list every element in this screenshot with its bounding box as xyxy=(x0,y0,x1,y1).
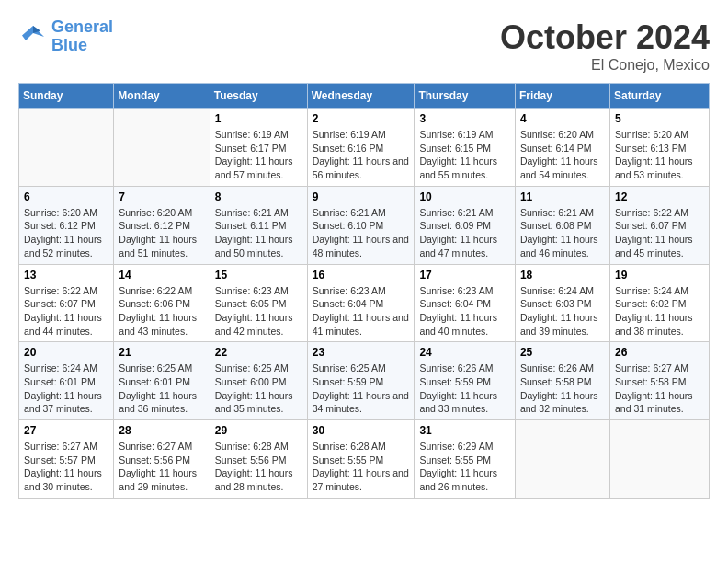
calendar-cell: 3Sunrise: 6:19 AM Sunset: 6:15 PM Daylig… xyxy=(415,109,516,187)
day-header-tuesday: Tuesday xyxy=(210,84,307,109)
day-info: Sunrise: 6:26 AM Sunset: 5:59 PM Dayligh… xyxy=(419,362,510,416)
day-number: 11 xyxy=(520,190,605,203)
day-number: 19 xyxy=(615,269,704,282)
calendar-cell xyxy=(609,420,709,499)
day-number: 18 xyxy=(520,269,605,282)
calendar-cell: 7Sunrise: 6:20 AM Sunset: 6:12 PM Daylig… xyxy=(114,186,210,264)
day-info: Sunrise: 6:29 AM Sunset: 5:55 PM Dayligh… xyxy=(419,440,510,494)
calendar-cell: 5Sunrise: 6:20 AM Sunset: 6:13 PM Daylig… xyxy=(609,109,709,187)
calendar-cell: 10Sunrise: 6:21 AM Sunset: 6:09 PM Dayli… xyxy=(415,186,516,264)
logo-bird-icon xyxy=(18,22,48,52)
day-info: Sunrise: 6:25 AM Sunset: 6:00 PM Dayligh… xyxy=(215,362,302,416)
calendar-cell: 23Sunrise: 6:25 AM Sunset: 5:59 PM Dayli… xyxy=(307,342,415,420)
day-info: Sunrise: 6:19 AM Sunset: 6:16 PM Dayligh… xyxy=(313,128,410,182)
day-info: Sunrise: 6:27 AM Sunset: 5:58 PM Dayligh… xyxy=(615,362,704,416)
day-number: 24 xyxy=(419,346,510,359)
day-number: 8 xyxy=(215,190,302,203)
calendar-cell: 2Sunrise: 6:19 AM Sunset: 6:16 PM Daylig… xyxy=(307,109,415,187)
day-info: Sunrise: 6:21 AM Sunset: 6:10 PM Dayligh… xyxy=(313,206,410,260)
day-info: Sunrise: 6:24 AM Sunset: 6:03 PM Dayligh… xyxy=(520,284,605,339)
day-number: 10 xyxy=(419,190,510,203)
day-number: 12 xyxy=(615,190,704,203)
day-info: Sunrise: 6:21 AM Sunset: 6:11 PM Dayligh… xyxy=(215,206,302,260)
calendar-cell: 30Sunrise: 6:28 AM Sunset: 5:55 PM Dayli… xyxy=(307,420,415,499)
day-number: 5 xyxy=(615,112,704,125)
calendar-body: 1Sunrise: 6:19 AM Sunset: 6:17 PM Daylig… xyxy=(19,109,710,499)
day-info: Sunrise: 6:20 AM Sunset: 6:14 PM Dayligh… xyxy=(520,128,605,182)
calendar-cell: 20Sunrise: 6:24 AM Sunset: 6:01 PM Dayli… xyxy=(19,342,114,420)
day-info: Sunrise: 6:22 AM Sunset: 6:07 PM Dayligh… xyxy=(615,206,704,260)
day-info: Sunrise: 6:25 AM Sunset: 5:59 PM Dayligh… xyxy=(313,362,410,416)
day-info: Sunrise: 6:19 AM Sunset: 6:17 PM Dayligh… xyxy=(215,128,302,182)
day-info: Sunrise: 6:21 AM Sunset: 6:09 PM Dayligh… xyxy=(419,206,510,260)
day-info: Sunrise: 6:23 AM Sunset: 6:04 PM Dayligh… xyxy=(419,284,510,339)
day-number: 9 xyxy=(313,190,410,203)
day-number: 23 xyxy=(313,346,410,359)
day-header-friday: Friday xyxy=(515,84,609,109)
calendar-cell xyxy=(515,420,609,499)
day-info: Sunrise: 6:23 AM Sunset: 6:04 PM Dayligh… xyxy=(313,284,410,339)
day-info: Sunrise: 6:22 AM Sunset: 6:06 PM Dayligh… xyxy=(119,284,204,339)
logo-line2: Blue xyxy=(51,37,113,55)
day-info: Sunrise: 6:28 AM Sunset: 5:56 PM Dayligh… xyxy=(215,440,302,494)
calendar-cell: 17Sunrise: 6:23 AM Sunset: 6:04 PM Dayli… xyxy=(415,264,516,342)
calendar-cell: 6Sunrise: 6:20 AM Sunset: 6:12 PM Daylig… xyxy=(19,186,114,264)
day-number: 14 xyxy=(119,269,204,282)
calendar-cell: 31Sunrise: 6:29 AM Sunset: 5:55 PM Dayli… xyxy=(415,420,516,499)
day-number: 28 xyxy=(119,424,204,437)
month-title: October 2024 xyxy=(500,18,710,57)
day-info: Sunrise: 6:19 AM Sunset: 6:15 PM Dayligh… xyxy=(419,128,510,182)
day-number: 20 xyxy=(24,346,108,359)
day-info: Sunrise: 6:27 AM Sunset: 5:57 PM Dayligh… xyxy=(24,440,108,494)
day-info: Sunrise: 6:24 AM Sunset: 6:01 PM Dayligh… xyxy=(24,362,108,416)
day-number: 2 xyxy=(313,112,410,125)
calendar-cell: 19Sunrise: 6:24 AM Sunset: 6:02 PM Dayli… xyxy=(609,264,709,342)
day-number: 13 xyxy=(24,269,108,282)
day-number: 4 xyxy=(520,112,605,125)
day-number: 16 xyxy=(313,269,410,282)
day-header-wednesday: Wednesday xyxy=(307,84,415,109)
day-number: 7 xyxy=(119,190,204,203)
title-area: October 2024 El Conejo, Mexico xyxy=(500,18,710,74)
week-row-1: 6Sunrise: 6:20 AM Sunset: 6:12 PM Daylig… xyxy=(19,186,710,264)
week-row-4: 27Sunrise: 6:27 AM Sunset: 5:57 PM Dayli… xyxy=(19,420,710,499)
day-number: 1 xyxy=(215,112,302,125)
calendar-table: SundayMondayTuesdayWednesdayThursdayFrid… xyxy=(18,83,710,499)
day-info: Sunrise: 6:27 AM Sunset: 5:56 PM Dayligh… xyxy=(119,440,204,494)
day-number: 17 xyxy=(419,269,510,282)
day-info: Sunrise: 6:20 AM Sunset: 6:13 PM Dayligh… xyxy=(615,128,704,182)
day-header-saturday: Saturday xyxy=(609,84,709,109)
calendar-header-row: SundayMondayTuesdayWednesdayThursdayFrid… xyxy=(19,84,710,109)
day-number: 21 xyxy=(119,346,204,359)
calendar-cell: 27Sunrise: 6:27 AM Sunset: 5:57 PM Dayli… xyxy=(19,420,114,499)
day-info: Sunrise: 6:25 AM Sunset: 6:01 PM Dayligh… xyxy=(119,362,204,416)
calendar-cell: 9Sunrise: 6:21 AM Sunset: 6:10 PM Daylig… xyxy=(307,186,415,264)
day-number: 22 xyxy=(215,346,302,359)
calendar-cell: 14Sunrise: 6:22 AM Sunset: 6:06 PM Dayli… xyxy=(114,264,210,342)
calendar-cell: 22Sunrise: 6:25 AM Sunset: 6:00 PM Dayli… xyxy=(210,342,307,420)
calendar-cell: 1Sunrise: 6:19 AM Sunset: 6:17 PM Daylig… xyxy=(210,109,307,187)
day-number: 25 xyxy=(520,346,605,359)
calendar-cell: 21Sunrise: 6:25 AM Sunset: 6:01 PM Dayli… xyxy=(114,342,210,420)
day-header-thursday: Thursday xyxy=(415,84,516,109)
day-info: Sunrise: 6:22 AM Sunset: 6:07 PM Dayligh… xyxy=(24,284,108,339)
day-info: Sunrise: 6:24 AM Sunset: 6:02 PM Dayligh… xyxy=(615,284,704,339)
day-header-sunday: Sunday xyxy=(19,84,114,109)
day-number: 29 xyxy=(215,424,302,437)
day-info: Sunrise: 6:28 AM Sunset: 5:55 PM Dayligh… xyxy=(313,440,410,494)
calendar-cell: 11Sunrise: 6:21 AM Sunset: 6:08 PM Dayli… xyxy=(515,186,609,264)
week-row-0: 1Sunrise: 6:19 AM Sunset: 6:17 PM Daylig… xyxy=(19,109,710,187)
location: El Conejo, Mexico xyxy=(500,57,710,74)
calendar-cell: 26Sunrise: 6:27 AM Sunset: 5:58 PM Dayli… xyxy=(609,342,709,420)
calendar-cell: 29Sunrise: 6:28 AM Sunset: 5:56 PM Dayli… xyxy=(210,420,307,499)
day-info: Sunrise: 6:20 AM Sunset: 6:12 PM Dayligh… xyxy=(119,206,204,260)
day-info: Sunrise: 6:23 AM Sunset: 6:05 PM Dayligh… xyxy=(215,284,302,339)
calendar-cell: 28Sunrise: 6:27 AM Sunset: 5:56 PM Dayli… xyxy=(114,420,210,499)
calendar-cell: 8Sunrise: 6:21 AM Sunset: 6:11 PM Daylig… xyxy=(210,186,307,264)
header: General Blue October 2024 El Conejo, Mex… xyxy=(18,18,710,74)
day-number: 3 xyxy=(419,112,510,125)
day-info: Sunrise: 6:21 AM Sunset: 6:08 PM Dayligh… xyxy=(520,206,605,260)
calendar-cell: 13Sunrise: 6:22 AM Sunset: 6:07 PM Dayli… xyxy=(19,264,114,342)
day-number: 27 xyxy=(24,424,108,437)
day-number: 15 xyxy=(215,269,302,282)
